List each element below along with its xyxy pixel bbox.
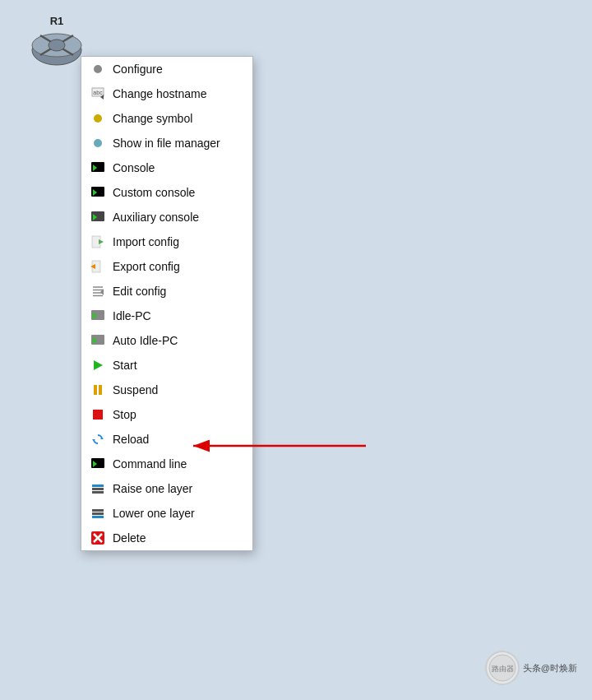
canvas-area: R1 ConfigureabcChange hostnameChange sym…: [0, 0, 592, 700]
stop-label: Stop: [113, 408, 136, 421]
svg-point-9: [94, 114, 102, 123]
menu-item-change-symbol[interactable]: Change symbol: [81, 106, 252, 131]
custom-console-label: Custom console: [113, 186, 195, 199]
reload-icon: [90, 431, 106, 447]
menu-item-idle-pc[interactable]: Idle-PC: [81, 304, 252, 328]
custom-console-icon: [90, 184, 106, 201]
suspend-icon: [90, 382, 106, 398]
change-hostname-label: Change hostname: [113, 87, 206, 100]
svg-rect-32: [99, 385, 102, 395]
show-file-mgr-label: Show in file manager: [113, 137, 220, 150]
idle-pc-label: Idle-PC: [113, 309, 151, 322]
router-node: R1: [29, 15, 85, 72]
menu-item-raise-layer[interactable]: Raise one layer: [81, 476, 252, 501]
command-line-icon: [90, 456, 106, 472]
change-hostname-icon: abc: [90, 86, 106, 102]
delete-label: Delete: [113, 531, 146, 545]
svg-rect-43: [92, 516, 104, 518]
watermark-line1: 头条@时焕新: [523, 662, 577, 674]
menu-item-change-hostname[interactable]: abcChange hostname: [81, 81, 252, 106]
menu-item-configure[interactable]: Configure: [81, 57, 252, 81]
watermark: 路由器 头条@时焕新: [485, 651, 577, 685]
menu-item-custom-console[interactable]: Custom console: [81, 180, 252, 205]
auto-idle-pc-icon: [90, 332, 106, 349]
import-config-icon: [90, 234, 106, 250]
change-symbol-label: Change symbol: [113, 112, 192, 125]
lower-layer-label: Lower one layer: [113, 507, 195, 520]
show-file-mgr-icon: [90, 135, 106, 151]
lower-layer-icon: [90, 505, 106, 522]
svg-rect-39: [92, 488, 104, 490]
start-icon: [90, 357, 106, 373]
menu-item-export-config[interactable]: Export config: [81, 254, 252, 279]
menu-item-command-line[interactable]: Command line: [81, 452, 252, 476]
command-line-label: Command line: [113, 457, 187, 471]
aux-console-label: Auxiliary console: [113, 211, 199, 224]
delete-icon: [90, 530, 106, 546]
svg-rect-33: [93, 410, 103, 420]
change-symbol-icon: [90, 110, 106, 127]
svg-rect-38: [92, 484, 104, 487]
menu-item-import-config[interactable]: Import config: [81, 229, 252, 254]
svg-point-4: [49, 39, 65, 51]
edit-config-icon: [90, 283, 106, 299]
menu-item-aux-console[interactable]: Auxiliary console: [81, 205, 252, 229]
watermark-circle: 路由器: [485, 651, 520, 685]
idle-pc-icon: [90, 308, 106, 324]
menu-item-reload[interactable]: Reload: [81, 427, 252, 452]
configure-label: Configure: [113, 63, 163, 76]
console-icon: [90, 160, 106, 176]
svg-marker-30: [94, 360, 103, 370]
router-label: R1: [50, 15, 64, 27]
menu-item-suspend[interactable]: Suspend: [81, 378, 252, 402]
svg-rect-31: [94, 385, 97, 395]
svg-marker-34: [100, 438, 104, 439]
stop-icon: [90, 406, 106, 423]
svg-point-5: [94, 65, 102, 73]
raise-layer-label: Raise one layer: [113, 482, 192, 495]
export-config-label: Export config: [113, 260, 180, 273]
svg-text:路由器: 路由器: [491, 665, 513, 673]
svg-rect-40: [92, 491, 104, 494]
export-config-icon: [90, 258, 106, 275]
menu-item-console[interactable]: Console: [81, 155, 252, 180]
auto-idle-pc-label: Auto Idle-PC: [113, 334, 178, 347]
svg-marker-35: [92, 439, 95, 441]
configure-icon: [90, 61, 106, 77]
svg-point-10: [94, 139, 102, 147]
start-label: Start: [113, 359, 137, 372]
watermark-text: 头条@时焕新: [523, 662, 577, 674]
context-menu: ConfigureabcChange hostnameChange symbol…: [81, 56, 253, 551]
menu-item-auto-idle-pc[interactable]: Auto Idle-PC: [81, 328, 252, 353]
import-config-label: Import config: [113, 235, 179, 248]
svg-rect-42: [92, 512, 104, 515]
raise-layer-icon: [90, 480, 106, 497]
svg-text:abc: abc: [93, 90, 103, 95]
menu-item-stop[interactable]: Stop: [81, 402, 252, 427]
menu-item-edit-config[interactable]: Edit config: [81, 279, 252, 304]
aux-console-icon: [90, 209, 106, 225]
menu-item-lower-layer[interactable]: Lower one layer: [81, 501, 252, 526]
router-icon: [29, 29, 85, 72]
menu-item-delete[interactable]: Delete: [81, 526, 252, 550]
reload-label: Reload: [113, 433, 149, 446]
edit-config-label: Edit config: [113, 285, 166, 298]
suspend-label: Suspend: [113, 383, 158, 396]
menu-item-show-file-mgr[interactable]: Show in file manager: [81, 131, 252, 155]
svg-marker-18: [99, 239, 104, 244]
svg-rect-41: [92, 509, 104, 512]
menu-item-start[interactable]: Start: [81, 353, 252, 378]
console-label: Console: [113, 161, 155, 174]
